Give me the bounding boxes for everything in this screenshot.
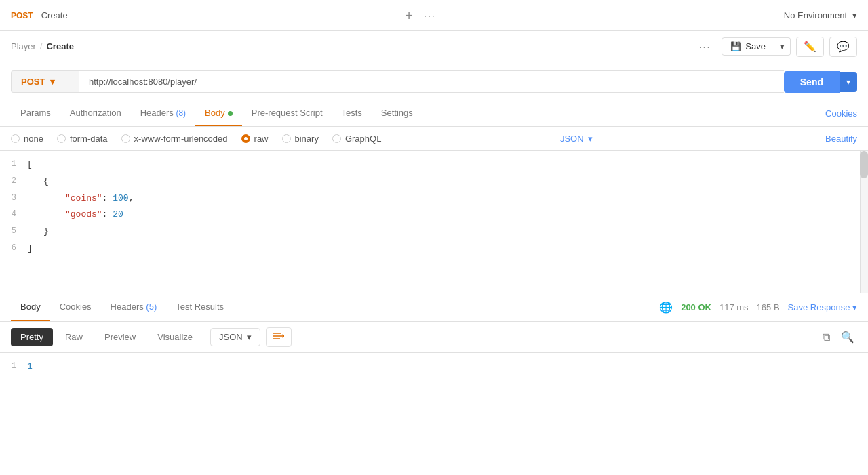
environment-select[interactable]: No Environment ▾ [784, 10, 857, 20]
radio-binary [282, 134, 291, 143]
status-size: 165 B [757, 302, 780, 312]
edit-icon-button[interactable]: ✏️ [796, 37, 824, 57]
cookies-link[interactable]: Cookies [825, 102, 857, 125]
code-line-1: 1 [ [0, 157, 868, 173]
save-button-wrap: 💾 Save ▾ [722, 37, 791, 56]
send-button-group: Send ▾ [784, 71, 857, 93]
format-visualize-button[interactable]: Visualize [148, 328, 202, 346]
format-pretty-button[interactable]: Pretty [11, 328, 53, 346]
tab-settings[interactable]: Settings [372, 101, 422, 126]
option-urlencoded-label: x-www-form-urlencoded [134, 133, 228, 144]
line-num-1: 1 [0, 158, 27, 171]
option-form-data[interactable]: form-data [57, 133, 108, 144]
top-bar-left: POST Create [0, 10, 163, 20]
url-input[interactable] [79, 70, 784, 93]
save-response-label: Save Response [788, 302, 850, 312]
save-icon: 💾 [730, 41, 741, 51]
tab-pre-request[interactable]: Pre-request Script [242, 101, 332, 126]
response-json-label: JSON [219, 332, 243, 342]
response-tab-test-results[interactable]: Test Results [166, 293, 233, 321]
response-json-select[interactable]: JSON ▾ [210, 328, 260, 346]
search-response-button[interactable]: 🔍 [838, 328, 857, 346]
url-bar: POST ▾ Send ▾ [0, 62, 868, 101]
breadcrumb-more-button[interactable]: ··· [694, 41, 717, 52]
response-format-bar: Pretty Raw Preview Visualize JSON ▾ ⧉ 🔍 [0, 322, 868, 353]
top-bar: POST Create + ··· No Environment ▾ [0, 0, 868, 31]
env-label: No Environment [784, 10, 847, 20]
breadcrumb-current: Create [46, 41, 73, 51]
response-json-chevron: ▾ [247, 332, 252, 342]
comment-icon-button[interactable]: 💬 [829, 37, 857, 57]
line-num-4: 4 [0, 208, 27, 221]
response-tab-body-label: Body [20, 302, 41, 312]
top-bar-center: + ··· [163, 9, 678, 22]
option-raw[interactable]: raw [241, 133, 269, 144]
save-response-button[interactable]: Save Response ▾ [788, 302, 857, 312]
option-form-data-label: form-data [70, 133, 108, 144]
status-time: 117 ms [719, 302, 749, 312]
tab-tests[interactable]: Tests [332, 101, 372, 126]
editor-scrollbar[interactable] [860, 151, 868, 293]
line-content-1: [ [27, 158, 868, 172]
option-none[interactable]: none [11, 133, 43, 144]
tab-params[interactable]: Params [11, 101, 60, 126]
send-button[interactable]: Send [784, 71, 840, 93]
option-binary[interactable]: binary [282, 133, 319, 144]
response-section: Body Cookies Headers (5) Test Results 🌐 … [0, 293, 868, 407]
save-button[interactable]: 💾 Save [722, 37, 774, 56]
option-urlencoded[interactable]: x-www-form-urlencoded [121, 133, 228, 144]
radio-graphql [332, 134, 341, 143]
tab-tests-label: Tests [342, 108, 362, 118]
line-num-2: 2 [0, 175, 27, 188]
tab-body-label: Body [205, 108, 233, 118]
response-code-area[interactable]: 1 1 [0, 353, 868, 407]
save-response-chevron: ▾ [852, 302, 857, 312]
tab-right: Cookies [825, 108, 857, 119]
code-editor[interactable]: 1 [ 2 { 3 "coins": 100, 4 "goods": 20 5 … [0, 151, 868, 293]
save-dropdown-button[interactable]: ▾ [774, 37, 791, 56]
new-tab-button[interactable]: + [405, 9, 413, 22]
format-preview-button[interactable]: Preview [95, 328, 145, 346]
response-tab-test-results-label: Test Results [176, 302, 224, 312]
top-bar-right: No Environment ▾ [678, 10, 868, 20]
response-tab-headers[interactable]: Headers (5) [101, 293, 167, 321]
option-graphql[interactable]: GraphQL [332, 133, 381, 144]
response-line-1: 1 1 [0, 358, 868, 375]
option-binary-label: binary [295, 133, 319, 144]
line-num-5: 5 [0, 225, 27, 238]
tab-headers[interactable]: Headers (8) [131, 101, 195, 126]
tab-authorization[interactable]: Authorization [60, 101, 131, 126]
json-chevron-icon: ▾ [588, 133, 593, 144]
more-tabs-button[interactable]: ··· [424, 10, 436, 21]
format-raw-button[interactable]: Raw [56, 328, 92, 346]
wrap-lines-button[interactable] [266, 327, 292, 347]
breadcrumb-actions: ··· 💾 Save ▾ ✏️ 💬 [694, 37, 857, 57]
tab-params-label: Params [20, 108, 51, 118]
response-status-bar: 🌐 200 OK 117 ms 165 B Save Response ▾ [659, 301, 857, 314]
send-dropdown-button[interactable]: ▾ [840, 72, 857, 92]
response-tab-headers-label: Headers (5) [111, 302, 157, 312]
breadcrumb-parent[interactable]: Player [11, 41, 36, 51]
json-type-label: JSON [560, 133, 584, 144]
line-num-3: 3 [0, 192, 27, 205]
body-dot [228, 111, 233, 116]
radio-form-data [57, 134, 66, 143]
beautify-button[interactable]: Beautify [825, 133, 857, 144]
save-label: Save [745, 41, 766, 51]
response-tab-body[interactable]: Body [11, 293, 50, 321]
radio-raw [241, 134, 250, 143]
tab-pre-request-label: Pre-request Script [252, 108, 323, 118]
method-select[interactable]: POST ▾ [11, 70, 79, 93]
method-badge: POST [11, 11, 33, 20]
line-num-6: 6 [0, 242, 27, 255]
response-headers-badge: (5) [146, 302, 157, 312]
json-type-select[interactable]: JSON ▾ [560, 133, 593, 144]
request-tabs: Params Authorization Headers (8) Body Pr… [0, 101, 868, 127]
response-tab-cookies[interactable]: Cookies [50, 293, 101, 321]
tab-body[interactable]: Body [195, 101, 242, 126]
copy-response-button[interactable]: ⧉ [820, 329, 833, 346]
radio-none [11, 134, 20, 143]
method-chevron: ▾ [50, 77, 55, 87]
radio-urlencoded [121, 134, 130, 143]
response-line-num-1: 1 [0, 360, 27, 373]
